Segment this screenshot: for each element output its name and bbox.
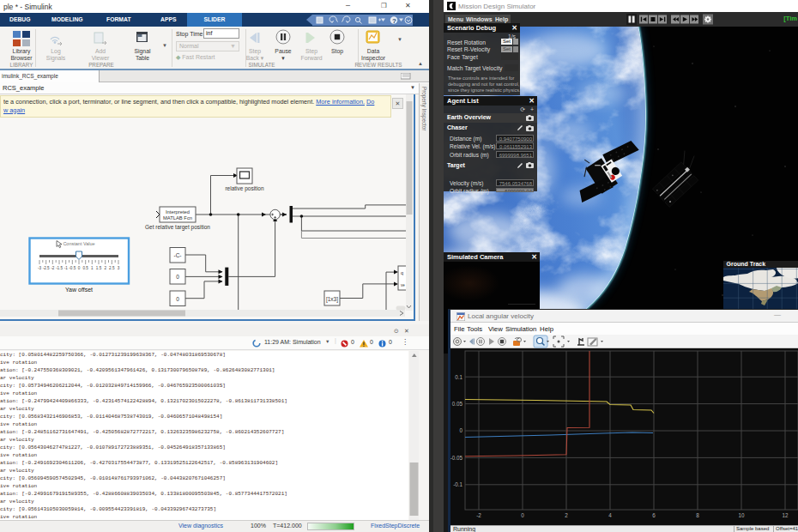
svg-text:-2: -2 [51,266,55,270]
svg-text:ve: ve [401,283,405,287]
svg-text:relative position: relative position [225,185,264,192]
svg-text:q: q [401,270,403,275]
svg-text:2.5: 2.5 [109,266,115,270]
svg-text:0: 0 [78,266,81,270]
svg-text:6: 6 [652,512,656,518]
svg-text:-1: -1 [64,266,69,270]
svg-text:-3: -3 [38,266,42,270]
svg-text:-C-: -C- [173,252,181,258]
svg-text:10: 10 [738,512,745,518]
svg-text:12: 12 [782,512,789,518]
svg-text:2: 2 [104,266,106,270]
svg-text:-1.5: -1.5 [56,266,63,270]
svg-text:-0.05: -0.05 [450,455,462,461]
svg-text:?: ? [392,16,396,24]
svg-text:0: 0 [521,512,524,518]
svg-text:1.5: 1.5 [96,266,102,270]
svg-text:Interpreted: Interpreted [166,209,190,215]
svg-text:MATLAB Fcn: MATLAB Fcn [163,215,192,221]
svg-text:-0.5: -0.5 [69,266,76,270]
svg-text:-2: -2 [476,512,481,518]
svg-text:4: 4 [608,512,612,518]
svg-text:0.5: 0.5 [83,266,89,270]
svg-text:0.1: 0.1 [455,374,462,380]
svg-text:3: 3 [118,266,120,270]
svg-text:0: 0 [176,274,179,280]
svg-text:0.05: 0.05 [452,401,463,407]
svg-text:[1x3]: [1x3] [326,296,338,303]
svg-text:Constant Value: Constant Value [63,241,94,246]
svg-text:-2.5: -2.5 [43,266,50,270]
svg-text:0: 0 [459,427,462,433]
svg-text:-0.1: -0.1 [453,481,462,487]
svg-text:2: 2 [565,512,568,518]
svg-text:1: 1 [91,266,94,270]
svg-text:8: 8 [696,512,699,518]
svg-text:Yaw offset: Yaw offset [65,287,93,293]
svg-text:0: 0 [176,296,179,302]
svg-text:Get relative target position: Get relative target position [145,224,210,231]
